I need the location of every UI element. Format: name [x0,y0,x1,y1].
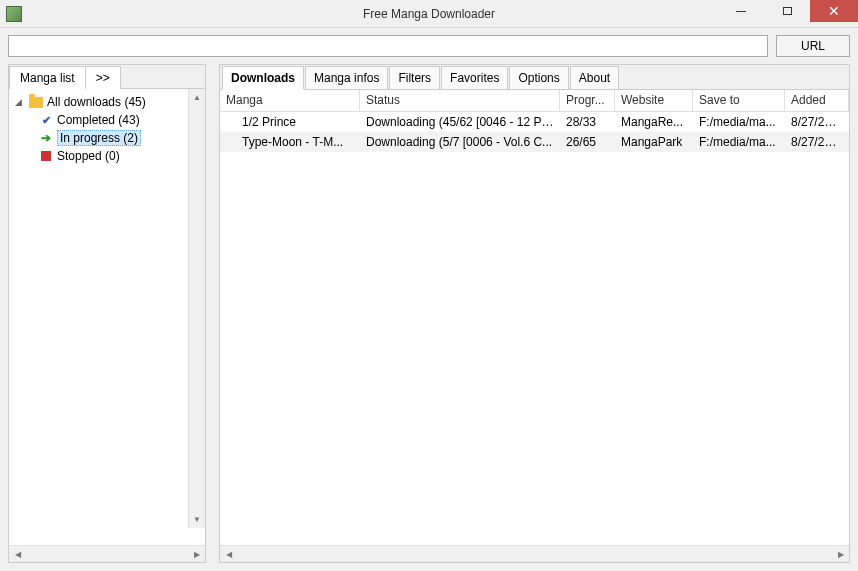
url-button[interactable]: URL [776,35,850,57]
scroll-right-icon[interactable]: ▶ [832,546,849,562]
url-input[interactable] [8,35,768,57]
splitter[interactable] [210,64,215,563]
check-icon: ✔ [39,114,53,127]
tab-options[interactable]: Options [509,66,568,90]
scroll-right-icon[interactable]: ▶ [188,546,205,563]
main-area: Manga list >> ◢ All downloads (45) ✔ Com… [0,64,858,571]
cell-progress: 26/65 [560,133,615,151]
window-buttons: ✕ [718,0,858,22]
col-status[interactable]: Status [360,90,560,111]
tree-item-completed[interactable]: ✔ Completed (43) [11,111,203,129]
vertical-scrollbar[interactable]: ▲ ▼ [188,89,205,528]
col-save-to[interactable]: Save to [693,90,785,111]
cell-status: Downloading (5/7 [0006 - Vol.6 C... [360,133,560,151]
tab-filters[interactable]: Filters [389,66,440,90]
tab-manga-infos[interactable]: Manga infos [305,66,388,90]
horizontal-scrollbar[interactable]: ◀ ▶ [9,545,205,562]
maximize-button[interactable] [764,0,810,22]
tree-label: All downloads (45) [47,95,146,109]
arrow-right-icon: ➔ [39,131,53,145]
col-website[interactable]: Website [615,90,693,111]
right-tabs: Downloads Manga infos Filters Favorites … [220,65,849,90]
cell-manga: Type-Moon - T-M... [220,133,360,151]
tree-container: ◢ All downloads (45) ✔ Completed (43) ➔ … [9,89,205,545]
cell-website: MangaRe... [615,113,693,131]
app-icon [6,6,22,22]
tree-item-in-progress[interactable]: ➔ In progress (2) [11,129,203,147]
downloads-tree[interactable]: ◢ All downloads (45) ✔ Completed (43) ➔ … [9,89,205,169]
grid-horizontal-scrollbar[interactable]: ◀ ▶ [220,545,849,562]
left-tabs: Manga list >> [9,65,205,89]
col-progress[interactable]: Progr... [560,90,615,111]
scroll-left-icon[interactable]: ◀ [220,546,237,562]
scroll-down-icon[interactable]: ▼ [189,511,205,528]
table-row[interactable]: Type-Moon - T-M... Downloading (5/7 [000… [220,132,849,152]
folder-icon [29,97,43,108]
collapse-icon[interactable]: ◢ [15,97,25,107]
stop-icon [39,151,53,161]
cell-added: 8/27/2013 [785,113,849,131]
cell-status: Downloading (45/62 [0046 - 12 Pri... [360,113,560,131]
col-manga[interactable]: Manga [220,90,360,111]
tab-downloads[interactable]: Downloads [222,66,304,90]
cell-save-to: F:/media/ma... [693,113,785,131]
tree-label: Completed (43) [57,113,140,127]
col-added[interactable]: Added [785,90,849,111]
tab-manga-list[interactable]: Manga list [9,66,86,89]
grid-header: Manga Status Progr... Website Save to Ad… [220,90,849,112]
left-panel: Manga list >> ◢ All downloads (45) ✔ Com… [8,64,206,563]
cell-manga: 1/2 Prince [220,113,360,131]
tab-expand[interactable]: >> [85,66,121,89]
tree-root-all-downloads[interactable]: ◢ All downloads (45) [11,93,203,111]
url-bar: URL [0,28,858,64]
tab-favorites[interactable]: Favorites [441,66,508,90]
grid-body[interactable]: 1/2 Prince Downloading (45/62 [0046 - 12… [220,112,849,545]
table-row[interactable]: 1/2 Prince Downloading (45/62 [0046 - 12… [220,112,849,132]
tree-label: In progress (2) [57,130,141,146]
right-panel: Downloads Manga infos Filters Favorites … [219,64,850,563]
cell-website: MangaPark [615,133,693,151]
tree-label: Stopped (0) [57,149,120,163]
tab-about[interactable]: About [570,66,619,90]
title-bar: Free Manga Downloader ✕ [0,0,858,28]
scroll-left-icon[interactable]: ◀ [9,546,26,563]
close-button[interactable]: ✕ [810,0,858,22]
downloads-grid: Manga Status Progr... Website Save to Ad… [220,90,849,562]
minimize-button[interactable] [718,0,764,22]
cell-save-to: F:/media/ma... [693,133,785,151]
cell-added: 8/27/2013 [785,133,849,151]
cell-progress: 28/33 [560,113,615,131]
scroll-up-icon[interactable]: ▲ [189,89,205,106]
window-title: Free Manga Downloader [363,7,495,21]
tree-item-stopped[interactable]: Stopped (0) [11,147,203,165]
